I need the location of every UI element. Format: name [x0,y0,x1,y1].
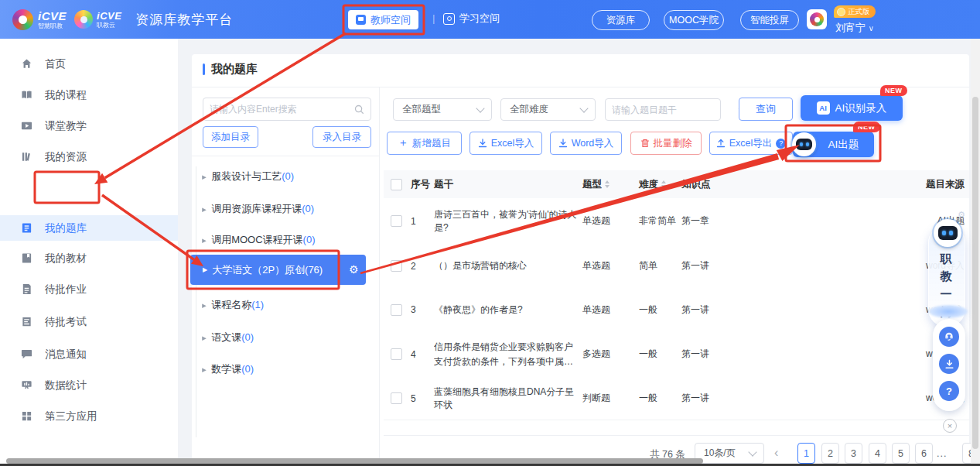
tree-item-daxue-yuwen-selected[interactable]: ▶ 大学语文（2P）原创(76) [190,255,366,285]
table-row[interactable]: 5 蓝藻细胞具有细胞核且DNA分子呈环状 判断题 一般 第一讲 word导入 [384,377,969,420]
close-widget-icon[interactable]: × [943,419,957,433]
tree-item-shuxueke[interactable]: ▶ 数学课(0) [202,362,254,376]
caret-down-icon: ∨ [869,24,874,33]
page-button-1[interactable]: 1 [797,443,815,464]
row-knowledge: 第一讲 [681,244,709,288]
entry-directory-button[interactable]: 录入目录 [312,126,371,148]
sort-icon[interactable] [661,180,666,188]
row-no: 4 [411,331,416,377]
customer-service-icon[interactable] [939,327,959,347]
brand-area: iCVE 智慧职教 iCVE 职教云 资源库教学平台 [12,0,233,39]
row-checkbox[interactable] [391,215,402,227]
upload-icon [716,139,726,148]
row-checkbox[interactable] [391,304,402,316]
row-checkbox[interactable] [391,260,402,272]
download-center-icon[interactable] [939,354,959,374]
sort-icon[interactable] [605,180,610,188]
excel-import-button[interactable]: Excel导入 [470,132,542,155]
tree-item-mooc-kaike[interactable]: ▶ 调用MOOC课程开课(0) [202,233,316,247]
select-all-checkbox[interactable] [391,179,402,190]
user-menu[interactable]: 刘宵宁 ∨ [835,21,874,35]
student-space-link[interactable]: 学习空间 [443,12,500,26]
row-knowledge: 第一讲 [681,288,709,331]
tree-item-fuzhuang[interactable]: ▶ 服装设计与工艺(0) [202,170,294,183]
row-checkbox[interactable] [391,348,402,360]
horizontal-scrollbar-thumb[interactable] [6,458,703,464]
sidebar-item-my-textbooks[interactable]: 我的教材 [0,246,178,270]
student-space-icon [443,13,455,25]
tree-item-gear-icon[interactable]: ⚙ [349,263,359,276]
batch-delete-button[interactable]: 批量删除 [630,132,702,155]
sidebar-item-my-question-bank[interactable]: 我的题库 [0,215,178,241]
assistant-action-pill: ? [933,319,965,411]
page-button-4[interactable]: 4 [869,443,886,464]
row-type: 判断题 [582,377,610,420]
collapse-triangle-icon: ▶ [202,366,207,372]
sidebar: 首页 我的课程 课堂教学 我的资源 我的题库 我的教材 待批作业 待批考试 消息… [0,39,178,466]
row-checkbox[interactable] [391,392,402,404]
page-button-5[interactable]: 5 [892,443,910,464]
top-header: iCVE 智慧职教 iCVE 职教云 资源库教学平台 教师空间 | 学习空间 资… [0,0,980,39]
help-icon[interactable]: ? [939,381,959,401]
excel-export-button[interactable]: Excel导出 ? [709,132,793,155]
col-type[interactable]: 题型 [582,170,610,198]
table-row[interactable]: 4 信用条件是销货企业要求赊购客户支付货款的条件，下列各项中属于信用条件组成内容… [384,331,969,378]
sidebar-item-my-courses[interactable]: 我的课程 [0,83,178,107]
smart-cast-pill-button[interactable]: 智能投屏 [740,10,799,30]
keyword-search-box [605,98,721,121]
sidebar-item-home[interactable]: 首页 [0,52,178,76]
home-icon [21,58,32,70]
sidebar-item-pending-homework[interactable]: 待批作业 [0,277,178,301]
page-button-6[interactable]: 6 [915,443,933,464]
assistant-robot-icon[interactable] [934,219,961,247]
question-type-select[interactable]: 全部题型 [393,98,492,121]
sidebar-item-classroom-teaching[interactable]: 课堂教学 [0,114,178,138]
mooc-academy-pill-button[interactable]: MOOC学院 [664,10,724,30]
collapse-triangle-icon: ▶ [202,302,207,308]
page-size-select[interactable]: 10条/页 [695,443,764,464]
table-row[interactable]: 2 （）是市场营销的核心 单选题 简单 第一讲 word导入 [384,244,969,289]
word-import-button[interactable]: Word导入 [550,132,622,155]
row-difficulty: 一般 [639,377,657,420]
table-row[interactable]: 1 唐诗三百首中，被誉为'诗仙'的诗人是? 单选题 非常简单 第一章 AI出题 [384,198,969,245]
collapse-triangle-icon: ▶ [203,266,207,273]
sidebar-item-notifications[interactable]: 消息通知 [0,342,178,366]
col-knowledge: 知识点 [681,170,711,198]
apps-grid-icon [21,410,32,422]
question-bank-icon [21,222,32,234]
page-button-2[interactable]: 2 [821,443,839,464]
sidebar-item-pending-exams[interactable]: 待批考试 [0,310,178,334]
teacher-space-button[interactable]: 教师空间 [348,10,418,29]
tree-item-kecheng-mingcheng[interactable]: ▶ 课程名称(1) [202,298,264,312]
tree-item-yuwenke[interactable]: ▶ 语文课(0) [202,331,254,344]
app-mini-logo[interactable] [807,9,827,29]
exam-sheet-icon [21,316,32,327]
page-ellipsis[interactable]: ... [937,448,947,459]
homework-doc-icon [21,283,32,295]
sidebar-item-third-party-apps[interactable]: 第三方应用 [0,404,178,428]
title-divider [192,87,969,87]
resource-library-pill-button[interactable]: 资源库 [592,10,650,30]
col-difficulty[interactable]: 难度 [639,170,666,198]
prev-page-button[interactable]: ‹ [774,446,778,460]
vertical-scrollbar-thumb[interactable] [972,97,978,449]
sidebar-item-data-statistics[interactable]: 数据统计 [0,373,178,397]
difficulty-select[interactable]: 全部难度 [500,98,596,121]
row-difficulty: 简单 [639,244,657,288]
add-question-button[interactable]: ＋新增题目 [387,132,462,155]
row-type: 单选题 [582,244,610,288]
sidebar-item-my-resources[interactable]: 我的资源 [0,145,178,169]
ai-recognition-entry-button[interactable]: AI AI识别录入 [801,95,903,121]
help-question-icon[interactable]: ? [776,139,786,149]
keyword-input[interactable] [606,105,738,115]
table-row[interactable]: 3 《静夜思》的作者是? 单选题 一般 第一讲 word导入 [384,288,969,332]
row-stem: （）是市场营销的核心 [434,244,581,288]
add-directory-button[interactable]: 添加目录 [203,126,258,148]
tree-item-ziyuanku-kaike[interactable]: ▶ 调用资源库课程开课(0) [202,202,314,216]
collapse-triangle-icon: ▶ [202,206,207,212]
icve-zhijiaoyun-logo-icon [74,10,93,29]
query-button[interactable]: 查询 [739,98,793,121]
row-difficulty: 一般 [639,288,657,331]
page-button-3[interactable]: 3 [845,443,862,464]
directory-search-input[interactable] [203,104,354,115]
